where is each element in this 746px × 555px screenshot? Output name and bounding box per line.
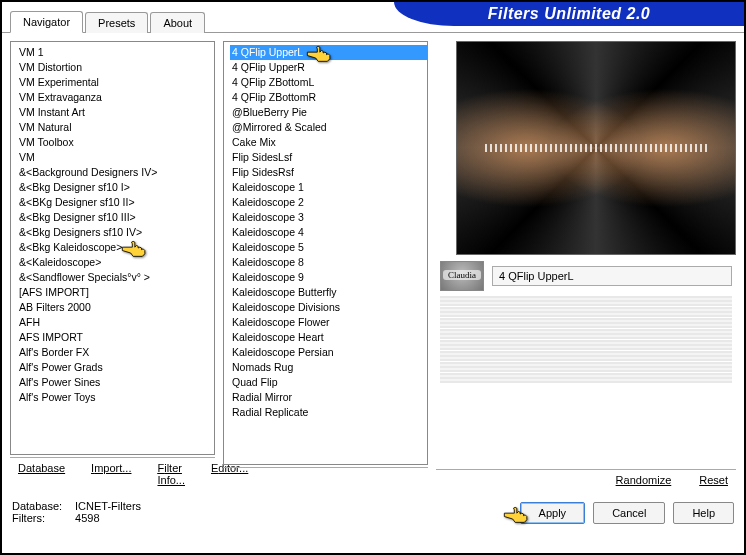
link-import[interactable]: Import...: [91, 462, 131, 486]
tab-about[interactable]: About: [150, 12, 205, 33]
tab-bar: NavigatorPresetsAbout: [2, 7, 215, 33]
status-bar: Database: ICNET-Filters Filters: 4598: [12, 500, 141, 524]
category-item[interactable]: VM Extravaganza: [17, 90, 214, 105]
category-item[interactable]: &<Bkg Designers sf10 IV>: [17, 225, 214, 240]
category-item[interactable]: &<BKg Designer sf10 II>: [17, 195, 214, 210]
filter-item[interactable]: @Mirrored & Scaled: [230, 120, 427, 135]
filter-item[interactable]: Kaleidoscope Persian: [230, 345, 427, 360]
category-item[interactable]: [AFS IMPORT]: [17, 285, 214, 300]
category-item[interactable]: &<Sandflower Specials°v° >: [17, 270, 214, 285]
category-item[interactable]: VM Natural: [17, 120, 214, 135]
app-title-banner: Filters Unlimited 2.0: [394, 2, 744, 26]
preview-image: [456, 41, 736, 255]
category-item[interactable]: VM Toolbox: [17, 135, 214, 150]
cancel-button[interactable]: Cancel: [593, 502, 665, 524]
selected-filter-name: 4 QFlip UpperL: [492, 266, 732, 286]
filter-item[interactable]: Kaleidoscope 4: [230, 225, 427, 240]
filter-item[interactable]: 4 QFlip ZBottomL: [230, 75, 427, 90]
category-item[interactable]: VM Instant Art: [17, 105, 214, 120]
status-database-value: ICNET-Filters: [75, 500, 141, 512]
filter-item[interactable]: Kaleidoscope Heart: [230, 330, 427, 345]
filter-item[interactable]: 4 QFlip UpperR: [230, 60, 427, 75]
filter-item[interactable]: @BlueBerry Pie: [230, 105, 427, 120]
filter-item[interactable]: 4 QFlip ZBottomR: [230, 90, 427, 105]
category-item[interactable]: AFH: [17, 315, 214, 330]
filter-item[interactable]: Radial Mirror: [230, 390, 427, 405]
filter-item[interactable]: Quad Flip: [230, 375, 427, 390]
tab-presets[interactable]: Presets: [85, 12, 148, 33]
filter-item[interactable]: 4 QFlip UpperL: [230, 45, 427, 60]
filter-item[interactable]: Kaleidoscope Flower: [230, 315, 427, 330]
category-item[interactable]: Alf's Power Sines: [17, 375, 214, 390]
category-item[interactable]: &<Bkg Designer sf10 I>: [17, 180, 214, 195]
category-item[interactable]: VM: [17, 150, 214, 165]
link-database[interactable]: Database: [18, 462, 65, 486]
filter-item[interactable]: Nomads Rug: [230, 360, 427, 375]
filter-item[interactable]: Radial Replicate: [230, 405, 427, 420]
apply-button[interactable]: Apply: [520, 502, 586, 524]
filter-item[interactable]: Kaleidoscope Butterfly: [230, 285, 427, 300]
filter-item[interactable]: Flip SidesLsf: [230, 150, 427, 165]
category-item[interactable]: VM 1: [17, 45, 214, 60]
category-item[interactable]: Alf's Power Grads: [17, 360, 214, 375]
filter-item[interactable]: Kaleidoscope Divisions: [230, 300, 427, 315]
filter-item[interactable]: Flip SidesRsf: [230, 165, 427, 180]
filter-item[interactable]: Kaleidoscope 9: [230, 270, 427, 285]
help-button[interactable]: Help: [673, 502, 734, 524]
category-item[interactable]: VM Distortion: [17, 60, 214, 75]
category-item[interactable]: AB Filters 2000: [17, 300, 214, 315]
link-reset[interactable]: Reset: [699, 474, 728, 486]
link-randomize[interactable]: Randomize: [616, 474, 672, 486]
filter-item[interactable]: Kaleidoscope 1: [230, 180, 427, 195]
filter-item[interactable]: Cake Mix: [230, 135, 427, 150]
category-item[interactable]: &<Bkg Designer sf10 III>: [17, 210, 214, 225]
status-filter-count: 4598: [75, 512, 99, 524]
category-item[interactable]: Alf's Power Toys: [17, 390, 214, 405]
category-item[interactable]: &<Kaleidoscope>: [17, 255, 214, 270]
filter-item[interactable]: Kaleidoscope 8: [230, 255, 427, 270]
category-item[interactable]: Alf's Border FX: [17, 345, 214, 360]
filter-logo: Claudia: [440, 261, 484, 291]
link-filterinfo[interactable]: Filter Info...: [157, 462, 185, 486]
category-item[interactable]: VM Experimental: [17, 75, 214, 90]
category-item[interactable]: &<Background Designers IV>: [17, 165, 214, 180]
category-item[interactable]: AFS IMPORT: [17, 330, 214, 345]
category-item[interactable]: &<Bkg Kaleidoscope>: [17, 240, 214, 255]
filter-list[interactable]: 4 QFlip UpperL4 QFlip UpperR4 QFlip ZBot…: [223, 41, 428, 465]
main-navigator-panel: VM 1VM DistortionVM ExperimentalVM Extra…: [2, 32, 744, 494]
tab-navigator[interactable]: Navigator: [10, 11, 83, 33]
filter-item[interactable]: Kaleidoscope 2: [230, 195, 427, 210]
filter-category-list[interactable]: VM 1VM DistortionVM ExperimentalVM Extra…: [10, 41, 215, 455]
filter-item[interactable]: Kaleidoscope 3: [230, 210, 427, 225]
filter-item[interactable]: Kaleidoscope 5: [230, 240, 427, 255]
